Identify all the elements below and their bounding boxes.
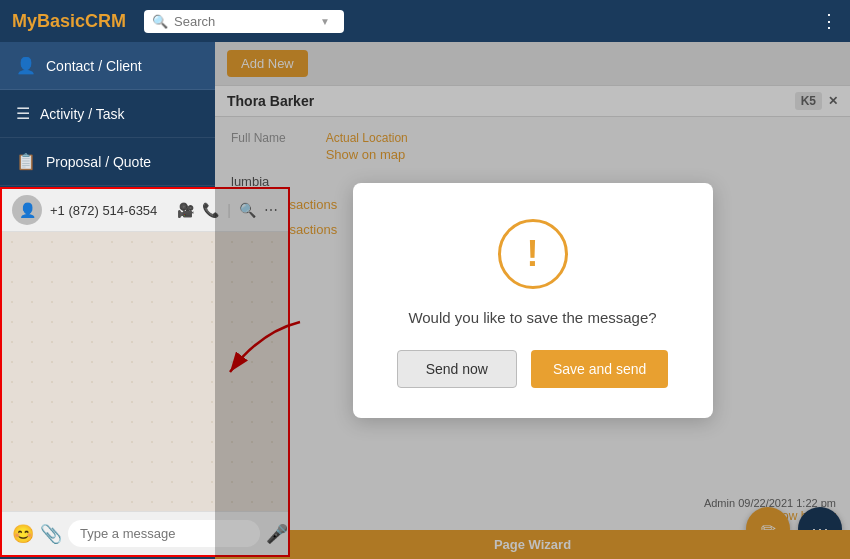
send-now-button[interactable]: Send now [397,350,517,388]
modal-exclamation-icon: ! [498,219,568,289]
sidebar-item-activity-task[interactable]: ☰ Activity / Task [0,90,215,138]
search-bar[interactable]: 🔍 ▼ [144,10,344,33]
logo-crm: CRM [85,11,126,31]
sidebar-label-contact-client: Contact / Client [46,58,142,74]
save-and-send-button[interactable]: Save and send [531,350,668,388]
modal-overlay: ! Would you like to save the message? Se… [215,42,850,559]
modal-box: ! Would you like to save the message? Se… [353,183,713,418]
logo: MyBasicCRM [12,11,126,32]
logo-basic: Basic [37,11,85,31]
layout: 👤 Contact / Client ☰ Activity / Task 📋 P… [0,42,850,559]
chat-emoji-icon[interactable]: 😊 [12,523,34,545]
main-content: Add New Thora Barker K5 ✕ Full Name Actu… [215,42,850,559]
chat-phone-number: +1 (872) 514-6354 [50,203,169,218]
header-dots-icon[interactable]: ⋮ [820,10,838,32]
sidebar-item-contact-client[interactable]: 👤 Contact / Client [0,42,215,90]
search-dropdown-arrow[interactable]: ▼ [320,16,330,27]
contact-client-icon: 👤 [16,56,36,75]
sidebar-label-activity-task: Activity / Task [40,106,125,122]
chat-video-icon[interactable]: 🎥 [177,202,194,218]
sidebar-label-proposal-quote: Proposal / Quote [46,154,151,170]
activity-task-icon: ☰ [16,104,30,123]
search-icon: 🔍 [152,14,168,29]
sidebar-item-proposal-quote[interactable]: 📋 Proposal / Quote [0,138,215,186]
chat-attach-icon[interactable]: 📎 [40,523,62,545]
logo-my: My [12,11,37,31]
proposal-quote-icon: 📋 [16,152,36,171]
modal-buttons: Send now Save and send [393,350,673,388]
modal-message: Would you like to save the message? [393,309,673,326]
header: MyBasicCRM 🔍 ▼ ⋮ [0,0,850,42]
chat-avatar: 👤 [12,195,42,225]
search-input[interactable] [174,14,314,29]
